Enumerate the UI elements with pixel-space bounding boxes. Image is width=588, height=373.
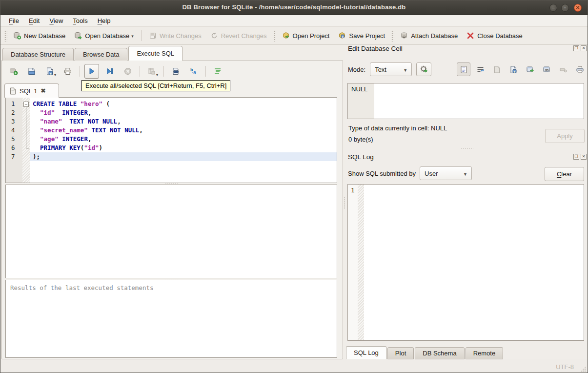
dock-tab-remote[interactable]: Remote [466, 347, 504, 359]
editor-line[interactable]: 1−CREATE TABLE "hero" ( [6, 100, 337, 108]
menu-file-rest: ile [13, 17, 19, 24]
dock-tab-db-schema[interactable]: DB Schema [415, 347, 464, 359]
print-sql-button[interactable] [61, 64, 75, 79]
toolbar-grip[interactable] [273, 30, 276, 41]
auto-apply-button[interactable] [416, 62, 431, 76]
mode-combobox-value: Text [375, 66, 386, 73]
attach-database-button[interactable]: Attach Database [396, 29, 462, 42]
fold-collapse-icon[interactable]: − [23, 102, 29, 107]
tab-database-structure-label: Database Structure [11, 51, 65, 58]
new-sql-tab-button[interactable] [6, 64, 21, 79]
word-wrap-button[interactable] [473, 62, 487, 76]
edit-cell-float-button[interactable]: ❐ [573, 45, 579, 51]
editor-line[interactable]: 3 "name" TEXT NOT NULL, [6, 117, 337, 126]
open-external-button[interactable] [540, 62, 553, 76]
execute-current-line-button[interactable] [102, 64, 117, 79]
import-cell-data-button[interactable] [507, 62, 520, 76]
text-mode-icon [460, 65, 468, 74]
menu-bar: File Edit View Tools Help [0, 15, 588, 27]
open-sql-file-button[interactable] [24, 64, 39, 79]
toolbar-grip[interactable] [391, 30, 394, 41]
menu-tools[interactable]: Tools [68, 16, 92, 26]
execute-all-button[interactable] [84, 64, 99, 79]
log-filter-label-key: Q [370, 170, 375, 177]
open-database-dropdown-icon[interactable]: ▾ [131, 34, 134, 40]
sql-log-view[interactable]: 1 [347, 184, 584, 341]
close-database-icon [466, 32, 474, 40]
set-null-button [556, 62, 570, 76]
format-sql-button[interactable] [210, 64, 225, 79]
dock-tab-plot[interactable]: Plot [387, 347, 414, 359]
editor-line[interactable]: 5 "age" INTEGER, [6, 135, 337, 144]
dock-tab-sql-log[interactable]: SQL Log [346, 346, 386, 359]
mode-combobox[interactable]: Text ▼ [370, 62, 412, 76]
tab-browse-data[interactable]: Browse Data [75, 48, 127, 61]
menu-edit-rest: dit [33, 17, 40, 24]
apply-button: Apply [545, 129, 585, 143]
clear-log-button-label: Clear [557, 170, 572, 178]
sql-log-float-button[interactable]: ❐ [573, 154, 579, 160]
toolbar-grip[interactable] [4, 30, 7, 41]
editor-line[interactable]: 4 "secret_name" TEXT NOT NULL, [6, 126, 337, 135]
results-table-pane[interactable] [5, 185, 337, 278]
tab-execute-sql[interactable]: Execute SQL [128, 46, 182, 61]
svg-text:a: a [193, 70, 196, 75]
log-line-number: 1 [348, 185, 358, 340]
log-filter-combobox[interactable]: User ▼ [420, 166, 472, 180]
open-project-button[interactable]: Open Project [278, 29, 334, 42]
menu-help[interactable]: Help [93, 16, 115, 26]
edit-cell-title-text: Edit Database Cell [348, 45, 403, 52]
fold-marker-minus[interactable]: − [22, 100, 30, 108]
new-database-button[interactable]: New Database [9, 29, 70, 42]
auto-complete-button[interactable]: ba [186, 64, 201, 79]
sql-log-title-text: SQL Log [348, 153, 374, 161]
export-cell-data-button[interactable] [523, 62, 537, 76]
sql-file-tab-close-icon[interactable]: ✖ [41, 87, 45, 94]
menu-view[interactable]: View [45, 16, 67, 26]
open-database-button[interactable]: Open Database ▾ [70, 29, 138, 42]
splitter-handle-dots [344, 196, 345, 209]
minimize-button[interactable]: – [549, 4, 557, 12]
code-text: PRIMARY KEY("id") [30, 144, 102, 152]
maximize-button[interactable]: ▫ [561, 4, 569, 12]
save-project-icon [338, 32, 346, 40]
save-sql-file-icon [45, 67, 54, 76]
text-mode-button[interactable] [457, 62, 470, 76]
import-data-icon [509, 65, 518, 74]
tab-database-structure[interactable]: Database Structure [2, 48, 74, 61]
editor-line[interactable]: 6 PRIMARY KEY("id") [6, 144, 337, 152]
editor-line[interactable]: 2 "id" INTEGER, [6, 108, 337, 117]
encoding-indicator: UTF-8 [556, 363, 574, 371]
menu-file[interactable]: File [4, 16, 23, 26]
find-replace-button[interactable] [168, 64, 183, 79]
sql-editor-toolbar: ▾ ▾ ba [6, 63, 225, 79]
log-fold-margin [358, 185, 364, 340]
menu-edit-key: E [29, 17, 33, 24]
title-bar[interactable]: DB Browser for SQLite - /home/user/code/… [0, 0, 588, 15]
cell-value-editor[interactable]: NULL [347, 83, 584, 119]
close-database-button[interactable]: Close Database [462, 29, 527, 42]
sql-editor[interactable]: 1−CREATE TABLE "hero" (2 "id" INTEGER,3 … [5, 97, 337, 183]
write-changes-label: Write Changes [160, 32, 202, 40]
dock-inner-splitter[interactable] [345, 147, 588, 149]
save-sql-file-button[interactable]: ▾ [42, 64, 57, 79]
open-project-label: Open Project [293, 32, 330, 40]
resize-grip[interactable] [580, 366, 586, 372]
sql-file-tab[interactable]: SQL 1 ✖ [4, 83, 59, 98]
clear-label-key: C [557, 170, 561, 178]
menu-edit[interactable]: Edit [24, 16, 44, 26]
editor-line[interactable]: 7); [6, 152, 337, 161]
close-button[interactable]: ✕ [574, 4, 582, 12]
code-text: "name" TEXT NOT NULL, [30, 117, 121, 126]
sql-log-close-button[interactable]: ✕ [581, 154, 587, 160]
clear-log-button[interactable]: Clear [545, 167, 584, 181]
save-project-button[interactable]: Save Project [334, 29, 389, 42]
log-filter-combobox-value: User [425, 170, 438, 177]
execute-all-icon [87, 67, 96, 76]
print-cell-button[interactable] [573, 62, 587, 76]
save-sql-dropdown-icon[interactable]: ▾ [54, 73, 56, 77]
cell-value-text: NULL [351, 85, 367, 93]
edit-cell-close-button[interactable]: ✕ [581, 45, 587, 51]
results-message-pane[interactable]: Results of the last executed statements [5, 280, 337, 358]
edit-cell-dock-title: Edit Database Cell ❐ ✕ [345, 45, 588, 56]
